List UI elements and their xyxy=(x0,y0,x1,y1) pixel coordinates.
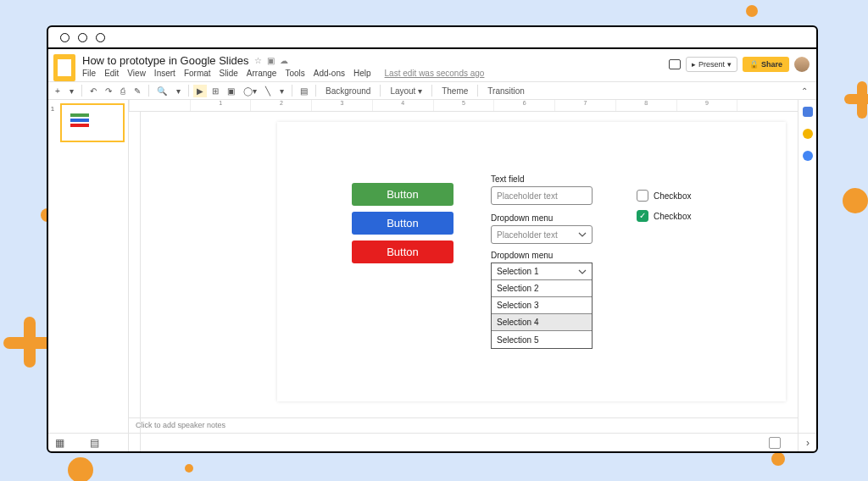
menu-addons[interactable]: Add-ons xyxy=(314,69,345,78)
grid-view-icon[interactable]: ▤ xyxy=(90,437,99,449)
menu-view[interactable]: View xyxy=(127,69,146,78)
green-button[interactable]: Button xyxy=(352,183,453,206)
chevron-right-icon[interactable]: › xyxy=(806,437,810,449)
line-tool[interactable]: ╲ xyxy=(262,85,274,97)
menu-arrange[interactable]: Arrange xyxy=(247,69,277,78)
dropdown-expanded: Selection 1 Selection 2 Selection 3 Sele… xyxy=(491,263,593,349)
menu-file[interactable]: File xyxy=(82,69,96,78)
comment-button[interactable]: ▤ xyxy=(297,85,311,97)
share-button[interactable]: 🔒 Share xyxy=(743,57,789,72)
textbox-tool[interactable]: ⊞ xyxy=(209,85,222,97)
move-icon[interactable]: ▣ xyxy=(267,56,275,65)
star-icon[interactable]: ☆ xyxy=(254,56,262,65)
vertical-ruler xyxy=(129,112,141,451)
dropdown-label: Dropdown menu xyxy=(491,251,553,260)
chevron-down-icon xyxy=(578,230,587,239)
menu-insert[interactable]: Insert xyxy=(154,69,175,78)
dropdown-option[interactable]: Selection 4 xyxy=(492,314,592,331)
checkbox-label: Checkbox xyxy=(654,212,691,221)
menu-edit[interactable]: Edit xyxy=(104,69,119,78)
slide-number: 1 xyxy=(48,100,57,451)
new-slide-button[interactable]: + xyxy=(52,85,64,97)
chevron-down-icon[interactable]: ▾ xyxy=(65,85,77,97)
last-edit-text[interactable]: Last edit was seconds ago xyxy=(385,69,485,78)
slides-logo-icon xyxy=(53,54,75,81)
select-tool[interactable]: ▶ xyxy=(193,85,207,97)
chevron-down-icon[interactable]: ▾ xyxy=(275,85,287,97)
blue-button[interactable]: Button xyxy=(352,212,453,235)
dropdown-option[interactable]: Selection 2 xyxy=(492,280,592,297)
cloud-icon[interactable]: ☁ xyxy=(280,56,288,65)
dropdown-option[interactable]: Selection 3 xyxy=(492,297,592,314)
filmstrip-view-icon[interactable]: ▦ xyxy=(55,437,64,449)
keep-icon[interactable] xyxy=(803,129,813,139)
menu-help[interactable]: Help xyxy=(353,69,371,78)
menu-slide[interactable]: Slide xyxy=(220,69,238,78)
menu-bar: File Edit View Insert Format Slide Arran… xyxy=(82,69,669,78)
dropdown-option[interactable]: Selection 5 xyxy=(492,331,592,348)
slide-thumbnail[interactable] xyxy=(60,103,125,142)
redo-button[interactable]: ↷ xyxy=(102,85,115,97)
layout-button[interactable]: Layout ▾ xyxy=(385,85,427,97)
red-button[interactable]: Button xyxy=(352,240,453,263)
explore-button[interactable] xyxy=(769,437,781,449)
horizontal-ruler: 123456789 xyxy=(129,100,798,112)
slide-canvas[interactable]: Button Button Button Text field Placehol… xyxy=(277,122,786,401)
zoom-button[interactable]: 🔍 xyxy=(153,85,170,97)
toolbar: + ▾ ↶ ↷ ⎙ ✎ 🔍 ▾ ▶ ⊞ ▣ ◯▾ ╲ ▾ ▤ Backgroun… xyxy=(48,81,816,100)
window-dot[interactable] xyxy=(78,33,87,42)
chevron-down-icon xyxy=(578,268,587,276)
text-field[interactable]: Placeholder text xyxy=(491,186,593,205)
tasks-icon[interactable] xyxy=(803,151,813,161)
present-button[interactable]: ▸ Present ▾ xyxy=(686,57,737,72)
transition-button[interactable]: Transition xyxy=(482,85,530,97)
window-dot[interactable] xyxy=(96,33,105,42)
document-title[interactable]: How to prototype in Google Slides xyxy=(82,54,249,67)
undo-button[interactable]: ↶ xyxy=(86,85,100,97)
menu-tools[interactable]: Tools xyxy=(285,69,304,78)
chevron-down-icon[interactable]: ▾ xyxy=(172,85,184,97)
dropdown-label: Dropdown menu xyxy=(491,213,553,223)
window-titlebar xyxy=(48,27,816,49)
avatar[interactable] xyxy=(794,57,810,72)
dropdown-option[interactable]: Selection 1 xyxy=(492,263,592,280)
calendar-icon[interactable] xyxy=(803,107,813,117)
comments-icon[interactable] xyxy=(669,59,681,69)
image-tool[interactable]: ▣ xyxy=(224,85,238,97)
checkbox-label: Checkbox xyxy=(654,191,691,201)
print-button[interactable]: ⎙ xyxy=(117,85,129,97)
speaker-notes[interactable]: Click to add speaker notes xyxy=(129,417,798,433)
background-button[interactable]: Background xyxy=(320,85,376,97)
checkbox-checked[interactable] xyxy=(637,210,648,222)
checkbox-unchecked[interactable] xyxy=(637,190,648,202)
window-dot[interactable] xyxy=(60,33,70,42)
dropdown-field[interactable]: Placeholder text xyxy=(491,225,593,244)
menu-format[interactable]: Format xyxy=(184,69,211,78)
collapse-toolbar-button[interactable]: ⌃ xyxy=(801,86,813,96)
side-panel xyxy=(798,100,816,451)
theme-button[interactable]: Theme xyxy=(437,85,473,97)
shape-tool[interactable]: ◯▾ xyxy=(240,85,260,97)
text-field-label: Text field xyxy=(491,174,524,184)
paint-format-button[interactable]: ✎ xyxy=(131,85,144,97)
browser-window: How to prototype in Google Slides ☆ ▣ ☁ … xyxy=(47,25,818,453)
